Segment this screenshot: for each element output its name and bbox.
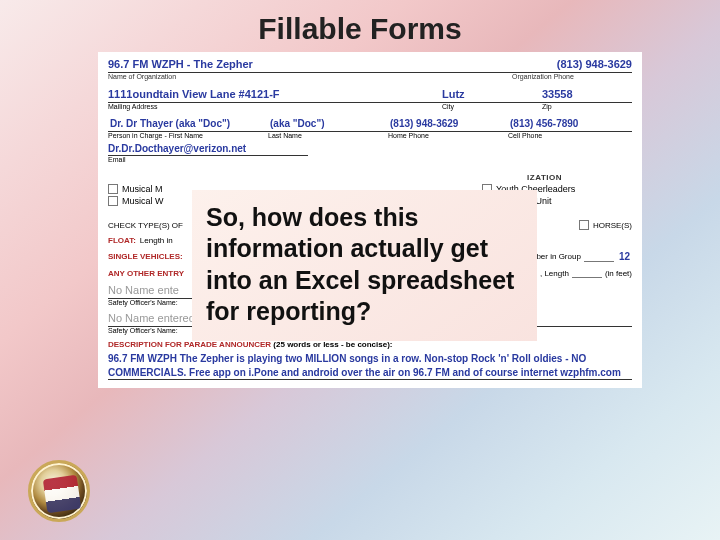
length-label: , Length bbox=[540, 269, 569, 278]
org-name-label: Name of Organization bbox=[108, 73, 512, 80]
last-name-label: Last Name bbox=[268, 132, 388, 139]
city-label: City bbox=[442, 103, 542, 110]
checkbox-icon bbox=[108, 184, 118, 194]
checkbox-icon bbox=[579, 220, 589, 230]
org-phone-label: Organization Phone bbox=[512, 73, 632, 80]
single-vehicles-label: SINGLE VEHICLES: bbox=[108, 252, 183, 261]
horses-label: HORSE(S) bbox=[593, 221, 632, 230]
street-value: 1111oundtain View Lane #4121-F bbox=[108, 86, 442, 102]
float-label: FLOAT: bbox=[108, 236, 136, 245]
zip-value: 33558 bbox=[542, 86, 632, 102]
in-feet-label: (in feet) bbox=[605, 269, 632, 278]
any-other-entry-label: ANY OTHER ENTRY bbox=[108, 269, 184, 278]
cell-phone-label: Cell Phone bbox=[508, 132, 632, 139]
number-in-group-label: nber in Group bbox=[532, 252, 581, 261]
last-name-value: (aka "Doc") bbox=[268, 116, 388, 131]
float-length-label: Length in bbox=[140, 236, 173, 245]
home-phone-label: Home Phone bbox=[388, 132, 508, 139]
number-in-group-value: 12 bbox=[617, 251, 632, 262]
street-label: Mailing Address bbox=[108, 103, 442, 110]
email-value: Dr.Dr.Docthayer@verizon.net bbox=[108, 143, 308, 156]
check-types-label: CHECK TYPE(S) OF bbox=[108, 221, 183, 230]
checkbox-icon bbox=[108, 196, 118, 206]
email-label: Email bbox=[108, 156, 632, 163]
partial-heading: IZATION bbox=[108, 173, 632, 182]
zip-label: Zip bbox=[542, 103, 632, 110]
home-phone-value: (813) 948-3629 bbox=[388, 116, 508, 131]
org-phone-value: (813) 948-3629 bbox=[512, 56, 632, 72]
seal-logo-icon bbox=[28, 460, 90, 522]
announcer-text: 96.7 FM WZPH The Zepher is playing two M… bbox=[108, 352, 632, 380]
announcer-hint: (25 words or less - be concise): bbox=[273, 340, 392, 349]
org-name-value: 96.7 FM WZPH - The Zepher bbox=[108, 56, 512, 72]
first-name-value: Dr. Dr Thayer (aka "Doc") bbox=[108, 116, 268, 131]
cell-phone-value: (813) 456-7890 bbox=[508, 116, 632, 131]
city-value: Lutz bbox=[442, 86, 542, 102]
overlay-callout: So, how does this information actually g… bbox=[192, 190, 537, 341]
announcer-desc-label: DESCRIPTION FOR PARADE ANNOUNCER bbox=[108, 340, 271, 349]
slide-title: Fillable Forms bbox=[0, 0, 720, 52]
first-name-label: Person in Charge - First Name bbox=[108, 132, 268, 139]
